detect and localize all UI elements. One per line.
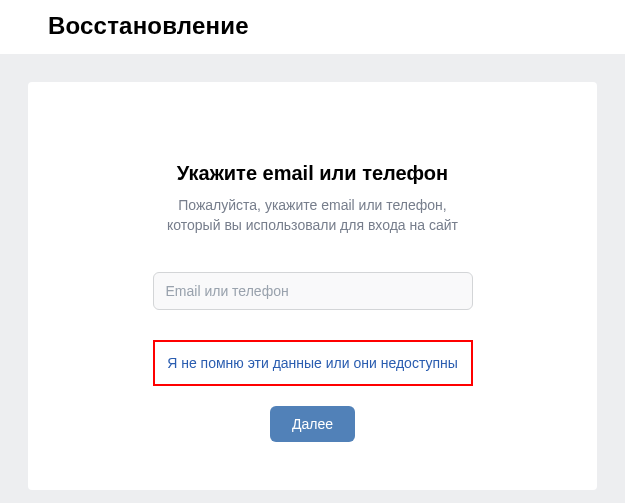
next-button[interactable]: Далее — [270, 406, 355, 442]
recovery-card: Укажите email или телефон Пожалуйста, ук… — [28, 82, 597, 490]
content-area: Укажите email или телефон Пожалуйста, ук… — [0, 54, 625, 503]
page-title: Восстановление — [48, 12, 625, 40]
forgot-link-highlight: Я не помню эти данные или они недоступны — [153, 340, 473, 386]
card-subtitle: Пожалуйста, укажите email или телефон, к… — [76, 195, 549, 236]
forgot-data-link[interactable]: Я не помню эти данные или они недоступны — [167, 355, 458, 371]
email-phone-input[interactable] — [153, 272, 473, 310]
subtitle-line1: Пожалуйста, укажите email или телефон, — [178, 197, 447, 213]
subtitle-line2: который вы использовали для входа на сай… — [167, 217, 458, 233]
page-header: Восстановление — [0, 0, 625, 54]
card-title: Укажите email или телефон — [76, 162, 549, 185]
